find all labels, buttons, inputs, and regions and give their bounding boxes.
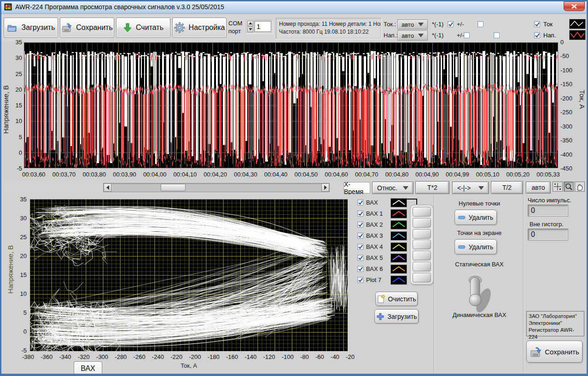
outside-histogram-field[interactable]: 0: [528, 229, 568, 241]
vax-legend-item[interactable]: ВАХ 5: [357, 253, 407, 263]
pan-tool-button[interactable]: [575, 182, 585, 192]
zoom-tool-button[interactable]: [564, 182, 574, 192]
scroll-left-arrow[interactable]: [104, 183, 111, 192]
tab-control-row: Ток Напряжение ВАХ X-Время Относ. Т*2 <-…: [0, 181, 588, 194]
close-button[interactable]: [564, 1, 585, 11]
current-scale-label: Ток.:: [384, 21, 396, 28]
vax-legend-item[interactable]: ВАХ 6: [357, 264, 407, 274]
pulse-count-label: Число импульс.: [528, 197, 571, 204]
x-axis-mode-label[interactable]: X-Время: [343, 182, 370, 194]
current-pm-label: +/-: [457, 21, 464, 28]
pulse-count-field[interactable]: 0: [528, 205, 568, 217]
vax-series-checkbox[interactable]: [357, 266, 363, 272]
scroll-right-arrow[interactable]: [321, 183, 329, 192]
vax-x-ticks: -380-360-340-320-300-280-260-240-220-200…: [22, 353, 355, 360]
scrollbar-thumb[interactable]: [161, 184, 186, 191]
vax-legend-item[interactable]: ВАХ 3: [357, 230, 407, 241]
voltage-pm-checkbox[interactable]: [494, 32, 500, 38]
vax-legend-item[interactable]: Plot 7: [357, 275, 407, 285]
vax-series-checkbox[interactable]: [357, 222, 363, 228]
vax-series-swatch[interactable]: [390, 276, 407, 285]
blank-page-icon: [377, 294, 385, 303]
time-chart-x-ticks: 00:03,6000:03,7000:03,8000:03,9000:04,00…: [22, 171, 560, 178]
voltage-trace-swatch[interactable]: [569, 30, 586, 40]
save-icon: [61, 22, 72, 33]
load-vax-button[interactable]: Загрузить: [374, 309, 419, 323]
static-dynamic-toggle[interactable]: [461, 274, 500, 314]
vax-series-swatch[interactable]: [390, 253, 407, 263]
green-arrow-down-icon: [123, 23, 132, 33]
title-bar[interactable]: AWR-224 Программа просмотра сварочных си…: [0, 0, 588, 14]
auto-scale-button[interactable]: авто: [526, 182, 551, 194]
dropdown-arrow-icon: [418, 23, 424, 26]
toolbar: Загрузить Сохранить Считать Настройка CO…: [0, 14, 588, 41]
delete-screen-points-button[interactable]: Удалить: [454, 239, 497, 254]
current-pm-checkbox[interactable]: [477, 21, 483, 27]
load-button[interactable]: Загрузить: [4, 18, 58, 38]
time-domain-chart[interactable]: [24, 42, 558, 168]
cursor-tool-button[interactable]: [553, 182, 563, 192]
time-chart-panel: Напряжение, В 35302520151050-5 0-50-100-…: [0, 41, 588, 181]
dropdown-arrow-icon: [478, 186, 484, 190]
stack-button-1[interactable]: [413, 207, 431, 217]
info-line-2: Частота: 8000 Гц 19.08.10 18:10:22: [279, 28, 378, 36]
vax-series-checkbox[interactable]: [357, 244, 363, 250]
time-scrollbar[interactable]: [103, 183, 330, 192]
current-visible-checkbox[interactable]: [534, 21, 540, 27]
vax-series-swatch[interactable]: [390, 242, 407, 252]
save-button-label: Сохранить: [76, 24, 113, 32]
relative-dropdown[interactable]: Относ.: [372, 182, 413, 194]
stack-button-3[interactable]: [413, 229, 431, 239]
current-scale-dropdown[interactable]: авто: [397, 19, 428, 29]
stack-button-4[interactable]: [413, 240, 431, 249]
tab-vax[interactable]: ВАХ: [74, 361, 102, 375]
current-trace-swatch[interactable]: [569, 19, 586, 29]
vax-legend-item[interactable]: ВАХ 2: [357, 219, 407, 230]
vax-series-checkbox[interactable]: [357, 200, 363, 206]
vax-series-swatch[interactable]: [390, 231, 407, 241]
vax-series-swatch[interactable]: [390, 264, 407, 274]
time-chart-y-ticks: 35302520151050-5: [7, 39, 22, 171]
stack-button-5[interactable]: [413, 251, 431, 260]
time-chart-y2-label: Ток, А: [578, 90, 586, 109]
voltage-visible-checkbox[interactable]: [534, 32, 540, 38]
stack-button-6[interactable]: [413, 262, 431, 271]
vax-series-checkbox[interactable]: [357, 277, 363, 283]
dropdown-arrow-icon: [418, 34, 424, 37]
spinner-down-button[interactable]: [247, 27, 253, 32]
spinner-up-button[interactable]: [247, 21, 253, 26]
save-bottom-button[interactable]: Сохранить: [526, 341, 582, 363]
divider: [523, 194, 524, 374]
legend-voltage-label: Нап.: [543, 32, 566, 39]
current-invert-checkbox[interactable]: [448, 21, 454, 27]
vax-y-ticks: 35302520151050-5: [13, 196, 27, 353]
vax-series-checkbox[interactable]: [357, 233, 363, 239]
clear-button[interactable]: Очистить: [375, 292, 418, 306]
vax-series-checkbox[interactable]: [357, 255, 363, 261]
delete-zero-points-button[interactable]: Удалить: [454, 210, 497, 225]
blue-dash-icon: [458, 245, 466, 249]
stack-button-7[interactable]: [413, 273, 431, 282]
zoom-out-time-button[interactable]: Т*2: [415, 181, 449, 194]
blue-dash-icon: [458, 216, 466, 219]
vax-chart[interactable]: [30, 199, 348, 351]
session-info-panel: Номер прохода: 11 Номер детали: 1 Номер …: [275, 18, 381, 39]
voltage-scale-label: Нап.:: [384, 32, 398, 39]
settings-button[interactable]: Настройка: [172, 18, 227, 38]
voltage-invert-checkbox[interactable]: [464, 32, 470, 38]
divider: [434, 194, 435, 374]
read-button[interactable]: Считать: [116, 18, 170, 38]
vax-series-swatch[interactable]: [390, 220, 407, 229]
voltage-scale-dropdown[interactable]: авто: [397, 30, 428, 41]
com-port-value[interactable]: 1: [254, 21, 271, 32]
save-button[interactable]: Сохранить: [60, 18, 114, 38]
vax-legend-item[interactable]: ВАХ 4: [357, 241, 407, 252]
stack-button-2[interactable]: [413, 218, 431, 228]
zoom-in-time-button[interactable]: Т/2: [491, 181, 523, 194]
legend-current-label: Ток: [543, 21, 566, 28]
screen-points-label: Точки на экране: [437, 229, 522, 236]
shift-dropdown[interactable]: <-|->: [452, 182, 489, 194]
vax-series-checkbox[interactable]: [357, 211, 363, 217]
save-icon: [530, 346, 541, 358]
load-button-label: Загрузить: [21, 24, 55, 32]
